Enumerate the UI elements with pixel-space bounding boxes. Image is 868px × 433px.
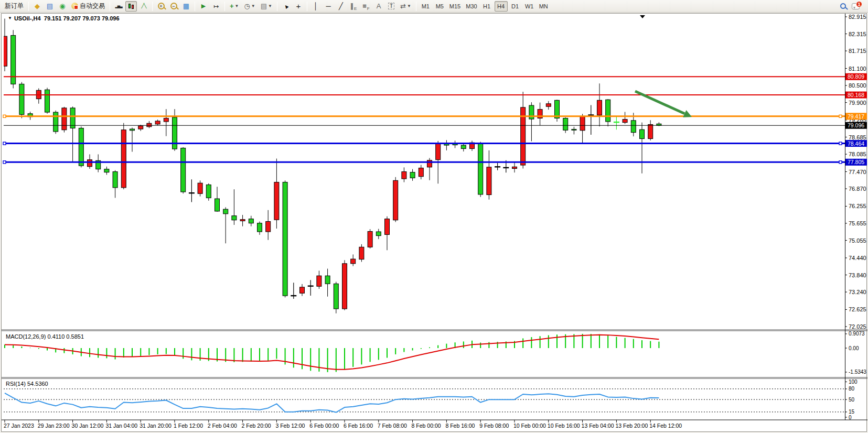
- chart-title: ▼USOil-,H4 79.151 79.207 79.073 79.096: [8, 15, 120, 21]
- symbols-icon[interactable]: ◆: [31, 1, 43, 12]
- chart-window[interactable]: 82.91582.31581.71581.10080.50079.90079.2…: [1, 13, 867, 432]
- price-panel[interactable]: [3, 19, 661, 313]
- candle: [351, 254, 356, 266]
- cursor-icon[interactable]: ▲: [280, 1, 292, 12]
- auto-scroll-icon[interactable]: ▶: [198, 1, 209, 12]
- templates-icon[interactable]: ▤▼: [259, 1, 274, 12]
- auto-trading-icon: [71, 3, 78, 9]
- timeframe-button-w1[interactable]: W1: [523, 1, 536, 12]
- toolbar-separator: [307, 2, 307, 11]
- line-handle[interactable]: [839, 115, 842, 117]
- candle-body: [631, 121, 636, 133]
- candle: [36, 88, 41, 103]
- candle: [529, 102, 534, 141]
- price-badge-label: 77.805: [848, 159, 864, 165]
- candle-body: [402, 172, 406, 179]
- candle-body: [62, 108, 67, 130]
- timeframe-button-mn[interactable]: MN: [537, 1, 550, 12]
- timeframe-button-m30[interactable]: M30: [464, 1, 479, 12]
- line-handle[interactable]: [3, 142, 6, 145]
- candle-body: [198, 183, 202, 193]
- line-chart-icon[interactable]: ╱╲: [138, 1, 149, 12]
- candle: [249, 216, 253, 226]
- price-axis[interactable]: 82.91582.31581.71581.10080.50079.90079.2…: [845, 14, 867, 420]
- candle: [368, 229, 372, 248]
- vertical-line-icon[interactable]: │: [310, 1, 322, 12]
- line-handle[interactable]: [3, 115, 6, 117]
- price-tick-label: 82.915: [849, 14, 866, 20]
- timeframe-button-h4[interactable]: H4: [495, 1, 508, 12]
- candle: [614, 117, 619, 129]
- time-tick-label: 10 Feb 00:00: [513, 423, 546, 429]
- candle-body: [147, 123, 152, 127]
- new-order-button[interactable]: 新订单: [3, 1, 26, 12]
- candle-body: [249, 219, 253, 223]
- candle: [274, 159, 279, 229]
- candle: [385, 216, 390, 251]
- candle-body: [206, 185, 211, 198]
- candle-body: [283, 182, 287, 296]
- candle: [19, 82, 24, 118]
- auto-trading-button[interactable]: 自动交易: [69, 1, 107, 12]
- search-icon[interactable]: [837, 1, 849, 12]
- horizontal-line-icon[interactable]: ─: [323, 1, 334, 12]
- rsi-panel[interactable]: [4, 389, 845, 413]
- tile-windows-icon[interactable]: ▦: [180, 1, 192, 12]
- indicators-icon[interactable]: +▼: [228, 1, 241, 12]
- candle: [11, 30, 16, 88]
- candlestick-chart-icon[interactable]: [125, 1, 137, 12]
- candle: [342, 260, 347, 310]
- timeframe-button-m15[interactable]: M15: [447, 1, 463, 12]
- symbol-collapse-icon[interactable]: ▼: [8, 16, 12, 20]
- shapes-icon[interactable]: ⇄▼: [398, 1, 413, 12]
- toolbar-separator: [195, 2, 195, 11]
- timeframe-button-d1[interactable]: D1: [509, 1, 522, 12]
- macd-tick-label: 0.9073: [849, 331, 865, 337]
- time-tick-label: 7 Feb 08:00: [378, 423, 407, 429]
- chart-canvas[interactable]: 82.91582.31581.71581.10080.50079.90079.2…: [2, 14, 867, 431]
- timeframe-button-h1[interactable]: H1: [480, 1, 494, 12]
- zoom-in-icon[interactable]: +: [155, 1, 167, 12]
- periods-icon[interactable]: ◷▼: [242, 1, 258, 12]
- crosshair-icon[interactable]: +: [293, 1, 304, 12]
- time-axis[interactable]: 27 Jan 202329 Jan 23:0030 Jan 12:0031 Ja…: [4, 420, 682, 429]
- zoom-out-icon[interactable]: −: [168, 1, 179, 12]
- price-tick-label: 72.025: [849, 323, 866, 330]
- candle: [240, 215, 245, 226]
- candle-body: [121, 130, 126, 188]
- time-tick-label: 13 Feb 04:00: [582, 423, 614, 429]
- candle-body: [572, 129, 576, 131]
- label-icon[interactable]: T: [385, 1, 397, 12]
- market-watch-icon[interactable]: ▤: [44, 1, 56, 12]
- line-handle[interactable]: [3, 161, 6, 164]
- text-icon[interactable]: A: [373, 1, 384, 12]
- chart-title-ohlc: 79.151 79.207 79.073 79.096: [44, 15, 120, 21]
- candle: [308, 280, 314, 296]
- candle: [444, 140, 449, 150]
- chat-icon[interactable]: 1: [850, 1, 862, 12]
- candle-body: [597, 100, 602, 115]
- time-tick-label: 8 Feb 16:00: [445, 423, 475, 429]
- signals-icon[interactable]: ◉: [57, 1, 68, 12]
- macd-indicator-label: MACD(12,26,9) 0.4110 0.5851: [6, 333, 84, 340]
- candle-body: [79, 128, 83, 166]
- line-handle[interactable]: [839, 142, 842, 145]
- time-tick-label: 8 Feb 00:00: [412, 423, 441, 429]
- bar-chart-icon[interactable]: ▂▅▃: [113, 1, 124, 12]
- trendline-icon[interactable]: ╱: [335, 1, 347, 12]
- timeframe-button-m5[interactable]: M5: [433, 1, 446, 12]
- candle: [597, 83, 602, 126]
- time-tick-label: 2 Feb 04:00: [208, 423, 237, 429]
- price-tick-label: 77.470: [849, 169, 866, 175]
- channel-icon[interactable]: ∥E: [348, 1, 359, 12]
- candle: [96, 154, 101, 172]
- timeframe-button-m1[interactable]: M1: [419, 1, 432, 12]
- macd-panel[interactable]: [5, 334, 659, 372]
- chart-shift-icon[interactable]: ↦: [210, 1, 222, 12]
- line-handle[interactable]: [839, 161, 842, 164]
- price-tick-label: 80.500: [849, 82, 866, 89]
- fibonacci-icon[interactable]: ≡F: [360, 1, 372, 12]
- candle: [283, 180, 287, 297]
- candle-body: [3, 36, 7, 66]
- price-tick-label: 78.685: [849, 134, 866, 140]
